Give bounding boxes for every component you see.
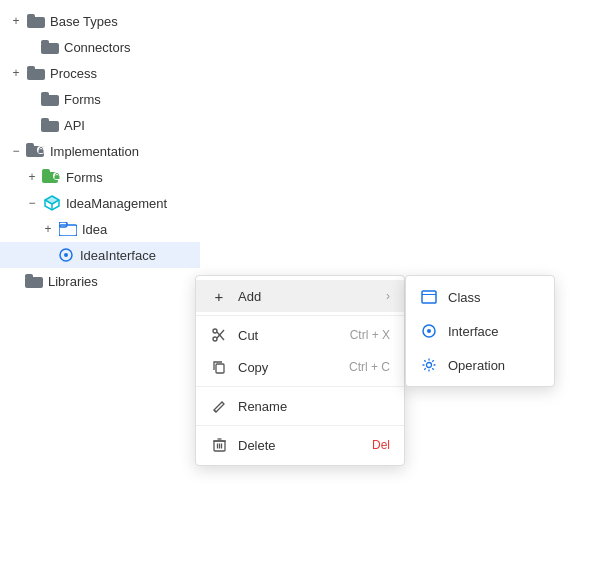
- shortcut-delete: Del: [372, 438, 390, 452]
- shortcut-copy: Ctrl + C: [349, 360, 390, 374]
- folder-icon-libraries: [24, 273, 44, 289]
- label-idea-interface: IdeaInterface: [80, 248, 156, 263]
- folder-icon-base-types: [26, 13, 46, 29]
- menu-item-copy[interactable]: Copy Ctrl + C: [196, 351, 404, 383]
- tree-item-idea[interactable]: + Idea: [0, 216, 200, 242]
- tree-item-connectors[interactable]: Connectors: [0, 34, 200, 60]
- menu-item-add[interactable]: + Add ›: [196, 280, 404, 312]
- submenu-item-interface[interactable]: Interface: [406, 314, 554, 348]
- interface-icon: [420, 322, 438, 340]
- submenu-label-class: Class: [448, 290, 481, 305]
- impl-folder-icon: [26, 143, 46, 159]
- tree-item-base-types[interactable]: + Base Types: [0, 8, 200, 34]
- menu-divider-2: [196, 386, 404, 387]
- label-forms-2: Forms: [66, 170, 103, 185]
- toggle-implementation[interactable]: −: [8, 143, 24, 159]
- forms-locked-icon: [42, 169, 62, 185]
- label-idea-management: IdeaManagement: [66, 196, 167, 211]
- menu-label-delete: Delete: [238, 438, 372, 453]
- svg-point-32: [213, 337, 217, 341]
- plus-icon: +: [210, 287, 228, 305]
- class-icon: [420, 288, 438, 306]
- context-menu: + Add › Cut Ctrl + X Copy Ctrl + C: [195, 275, 405, 466]
- menu-divider-3: [196, 425, 404, 426]
- svg-rect-16: [42, 169, 50, 174]
- label-libraries: Libraries: [48, 274, 98, 289]
- svg-rect-1: [27, 14, 35, 19]
- menu-item-delete[interactable]: Delete Del: [196, 429, 404, 461]
- folder-icon-api: [40, 117, 60, 133]
- svg-rect-9: [41, 118, 49, 123]
- svg-marker-21: [45, 196, 59, 204]
- svg-point-47: [427, 363, 432, 368]
- toggle-forms-2[interactable]: +: [24, 169, 40, 185]
- svg-point-46: [427, 329, 431, 333]
- svg-line-36: [214, 410, 216, 412]
- submenu-label-interface: Interface: [448, 324, 499, 339]
- gear-icon: [420, 356, 438, 374]
- tree-item-idea-management[interactable]: − IdeaManagement: [0, 190, 200, 216]
- toggle-process[interactable]: +: [8, 65, 24, 81]
- tree-panel: + Base Types Connectors + Process Forms: [0, 0, 200, 302]
- label-connectors: Connectors: [64, 40, 130, 55]
- svg-point-31: [213, 329, 217, 333]
- svg-point-28: [64, 253, 68, 257]
- tree-item-forms-1[interactable]: Forms: [0, 86, 200, 112]
- svg-rect-35: [216, 364, 224, 373]
- svg-rect-3: [41, 40, 49, 45]
- toggle-idea-management[interactable]: −: [24, 195, 40, 211]
- tree-item-implementation[interactable]: − Implementation: [0, 138, 200, 164]
- menu-label-cut: Cut: [238, 328, 350, 343]
- label-api: API: [64, 118, 85, 133]
- menu-label-copy: Copy: [238, 360, 349, 375]
- cube-icon-idea-management: [42, 195, 62, 211]
- folder-icon-forms-1: [40, 91, 60, 107]
- shortcut-cut: Ctrl + X: [350, 328, 390, 342]
- label-idea: Idea: [82, 222, 107, 237]
- submenu-arrow-icon: ›: [386, 289, 390, 303]
- submenu-item-class[interactable]: Class: [406, 280, 554, 314]
- scissors-icon: [210, 326, 228, 344]
- folder-icon-connectors: [40, 39, 60, 55]
- label-implementation: Implementation: [50, 144, 139, 159]
- svg-rect-5: [27, 66, 35, 71]
- menu-label-add: Add: [238, 289, 386, 304]
- svg-rect-7: [41, 92, 49, 97]
- svg-rect-11: [26, 143, 34, 148]
- menu-label-rename: Rename: [238, 399, 390, 414]
- idea-interface-icon: [56, 247, 76, 263]
- tree-item-idea-interface[interactable]: IdeaInterface: [0, 242, 200, 268]
- label-forms-1: Forms: [64, 92, 101, 107]
- menu-divider-1: [196, 315, 404, 316]
- toggle-base-types[interactable]: +: [8, 13, 24, 29]
- folder-icon-process: [26, 65, 46, 81]
- idea-folder-icon: [58, 221, 78, 237]
- svg-rect-43: [422, 291, 436, 303]
- tree-item-process[interactable]: + Process: [0, 60, 200, 86]
- trash-icon: [210, 436, 228, 454]
- menu-item-cut[interactable]: Cut Ctrl + X: [196, 319, 404, 351]
- tree-item-api[interactable]: API: [0, 112, 200, 138]
- label-process: Process: [50, 66, 97, 81]
- tree-item-libraries[interactable]: Libraries: [0, 268, 200, 294]
- menu-item-rename[interactable]: Rename: [196, 390, 404, 422]
- toggle-idea[interactable]: +: [40, 221, 56, 237]
- copy-icon: [210, 358, 228, 376]
- submenu-label-operation: Operation: [448, 358, 505, 373]
- submenu: Class Interface Operation: [405, 275, 555, 387]
- label-base-types: Base Types: [50, 14, 118, 29]
- submenu-item-operation[interactable]: Operation: [406, 348, 554, 382]
- pencil-icon: [210, 397, 228, 415]
- tree-item-forms-2[interactable]: + Forms: [0, 164, 200, 190]
- svg-rect-30: [25, 274, 33, 279]
